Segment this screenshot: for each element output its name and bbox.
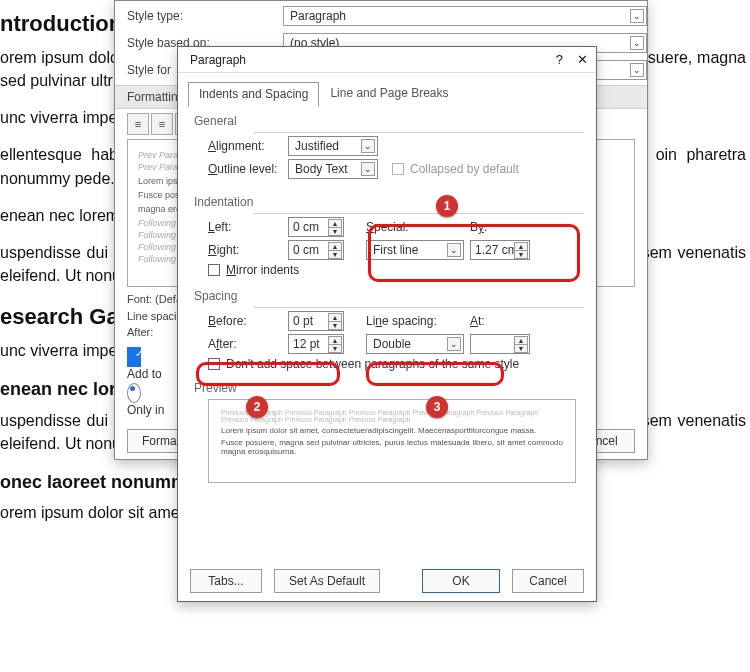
spin-up-icon: ▲ <box>328 219 342 227</box>
ok-button[interactable]: OK <box>422 569 500 593</box>
collapsed-checkbox <box>392 163 404 175</box>
close-button[interactable]: ✕ <box>577 52 588 67</box>
alignment-select[interactable]: Justified ⌄ <box>288 136 378 156</box>
callout-badge-3: 3 <box>426 396 448 418</box>
before-label: Before: <box>208 314 288 328</box>
right-indent-input[interactable]: 0 cm ▲▼ <box>288 240 344 260</box>
chevron-down-icon: ⌄ <box>447 337 461 351</box>
paragraph-dialog: Paragraph ? ✕ Indents and Spacing Line a… <box>177 46 597 602</box>
mirror-indents-checkbox[interactable] <box>208 264 220 276</box>
spin-down-icon: ▼ <box>328 227 342 236</box>
preview-group: Preview <box>178 379 596 399</box>
left-indent-label: Left: <box>208 220 288 234</box>
style-type-value: Paragraph <box>290 9 346 23</box>
cancel-button[interactable]: Cancel <box>512 569 584 593</box>
tabs-button[interactable]: Tabs... <box>190 569 262 593</box>
only-in-label: Only in <box>127 403 164 417</box>
help-button[interactable]: ? <box>556 52 563 67</box>
chevron-down-icon: ⌄ <box>630 63 644 77</box>
collapsed-label: Collapsed by default <box>410 162 519 176</box>
style-type-select[interactable]: Paragraph ⌄ <box>283 6 647 26</box>
right-indent-label: Right: <box>208 243 288 257</box>
add-to-gallery-checkbox[interactable] <box>127 347 141 367</box>
chevron-down-icon: ⌄ <box>630 9 644 23</box>
dont-add-space-checkbox[interactable] <box>208 358 220 370</box>
outline-label: Outline level: <box>208 162 288 176</box>
by-label: By: <box>470 220 516 234</box>
at-input[interactable]: ▲▼ <box>470 334 530 354</box>
by-input[interactable]: 1.27 cm ▲▼ <box>470 240 530 260</box>
spacing-group: Spacing <box>178 287 596 307</box>
after-input[interactable]: 12 pt ▲▼ <box>288 334 344 354</box>
alignment-label: Alignment: <box>208 139 288 153</box>
callout-badge-1: 1 <box>436 195 458 217</box>
callout-badge-2: 2 <box>246 396 268 418</box>
indentation-group: Indentation <box>178 193 596 213</box>
align-left-button[interactable]: ≡ <box>127 113 149 135</box>
before-input[interactable]: 0 pt ▲▼ <box>288 311 344 331</box>
dont-add-space-label: Don't add space between paragraphs of th… <box>226 357 519 371</box>
after-label: After: <box>208 337 288 351</box>
dialog-title: Paragraph <box>190 53 246 67</box>
special-select[interactable]: First line ⌄ <box>366 240 464 260</box>
set-default-button[interactable]: Set As Default <box>274 569 380 593</box>
line-spacing-select[interactable]: Double ⌄ <box>366 334 464 354</box>
chevron-down-icon: ⌄ <box>361 139 375 153</box>
chevron-down-icon: ⌄ <box>447 243 461 257</box>
align-center-button[interactable]: ≡ <box>151 113 173 135</box>
tab-line-page-breaks[interactable]: Line and Page Breaks <box>319 81 459 106</box>
style-type-label: Style type: <box>127 9 283 23</box>
at-label: At: <box>470 314 516 328</box>
left-indent-input[interactable]: 0 cm ▲▼ <box>288 217 344 237</box>
only-in-radio[interactable] <box>127 383 141 403</box>
line-spacing-label: Line spacing: <box>366 314 470 328</box>
mirror-indents-label: Mirror indents <box>226 263 299 277</box>
chevron-down-icon: ⌄ <box>361 162 375 176</box>
tab-indents-spacing[interactable]: Indents and Spacing <box>188 82 319 107</box>
outline-select[interactable]: Body Text ⌄ <box>288 159 378 179</box>
general-group: General <box>178 112 596 132</box>
special-label: Special: <box>366 220 470 234</box>
add-to-label: Add to <box>127 367 162 381</box>
chevron-down-icon: ⌄ <box>630 36 644 50</box>
